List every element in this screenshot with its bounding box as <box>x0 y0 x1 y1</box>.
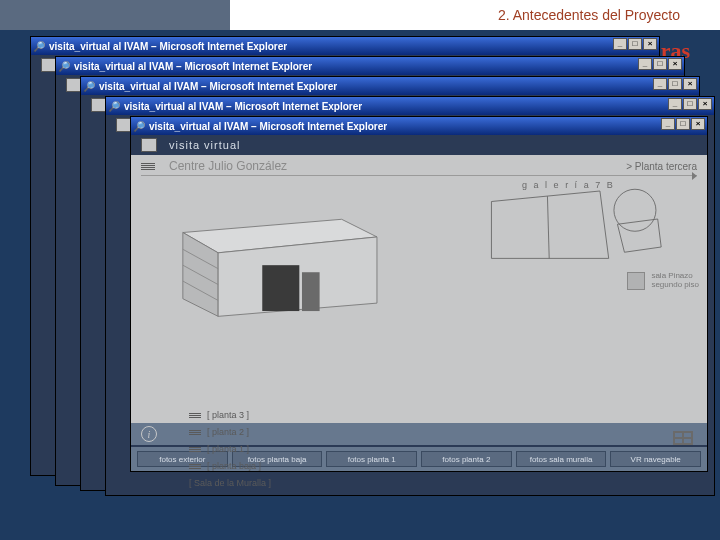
maximize-button[interactable]: □ <box>628 38 642 50</box>
maximize-button[interactable]: □ <box>683 98 697 110</box>
page-label: visita virtual <box>169 139 240 151</box>
floor-link[interactable]: [ planta 1 ] <box>189 441 271 458</box>
building-3d-view <box>143 184 452 419</box>
floor-list: [ planta 3 ] [ planta 2 ] [ planta 1 ] [… <box>189 407 271 492</box>
window-title: visita_virtual al IVAM – Microsoft Inter… <box>74 61 312 72</box>
svg-rect-4 <box>302 272 320 311</box>
slide-section-title: 2. Antecedentes del Proyecto <box>498 7 680 23</box>
floor-link[interactable]: [ planta baja ] <box>189 458 271 475</box>
footer-button[interactable]: fotos planta 1 <box>326 451 417 467</box>
sala-sub: segundo piso <box>651 281 699 290</box>
window-title: visita_virtual al IVAM – Microsoft Inter… <box>99 81 337 92</box>
titlebar[interactable]: 🔎 visita_virtual al IVAM – Microsoft Int… <box>131 117 707 135</box>
toolbar: visita virtual <box>131 135 707 155</box>
close-button[interactable]: × <box>643 38 657 50</box>
titlebar[interactable]: 🔎 visita_virtual al IVAM – Microsoft Int… <box>106 97 714 115</box>
toolbar-button[interactable] <box>141 138 157 152</box>
grid-view-icon[interactable] <box>673 431 693 445</box>
minimize-button[interactable]: _ <box>653 78 667 90</box>
svg-marker-8 <box>492 191 609 258</box>
svg-rect-3 <box>262 265 299 311</box>
svg-marker-11 <box>618 219 662 252</box>
svg-point-10 <box>614 189 656 231</box>
maximize-button[interactable]: □ <box>668 78 682 90</box>
content-header: Centre Julio González > Planta tercera <box>131 155 707 175</box>
floor-link[interactable]: [ planta 2 ] <box>189 424 271 441</box>
slide-header: 2. Antecedentes del Proyecto <box>0 0 720 30</box>
titlebar[interactable]: 🔎 visita_virtual al IVAM – Microsoft Int… <box>81 77 699 95</box>
minimize-button[interactable]: _ <box>661 118 675 130</box>
close-button[interactable]: × <box>668 58 682 70</box>
maximize-button[interactable]: □ <box>676 118 690 130</box>
minimize-button[interactable]: _ <box>613 38 627 50</box>
minimize-button[interactable]: _ <box>638 58 652 70</box>
floorplan-view: g a l e r í a 7 B sala Pinazo segundo pi… <box>470 184 695 419</box>
maximize-button[interactable]: □ <box>653 58 667 70</box>
square-swatch-icon <box>627 272 645 290</box>
window-title: visita_virtual al IVAM – Microsoft Inter… <box>149 121 387 132</box>
close-button[interactable]: × <box>683 78 697 90</box>
center-name: Centre Julio González <box>169 159 287 173</box>
ie-logo-icon: 🔎 <box>133 120 145 132</box>
page-content: Centre Julio González > Planta tercera <box>131 155 707 471</box>
window-title: visita_virtual al IVAM – Microsoft Inter… <box>49 41 287 52</box>
ie-logo-icon: 🔎 <box>58 60 70 72</box>
footer-button[interactable]: fotos sala muralla <box>516 451 607 467</box>
ie-window-front: 🔎 visita_virtual al IVAM – Microsoft Int… <box>130 116 708 472</box>
svg-line-9 <box>548 196 550 258</box>
titlebar[interactable]: 🔎 visita_virtual al IVAM – Microsoft Int… <box>56 57 684 75</box>
close-button[interactable]: × <box>691 118 705 130</box>
floor-indicator: > Planta tercera <box>626 161 697 172</box>
ie-logo-icon: 🔎 <box>108 100 120 112</box>
sala-pinazo-key: sala Pinazo segundo piso <box>627 272 699 290</box>
floor-link[interactable]: [ Sala de la Muralla ] <box>189 475 271 492</box>
floor-link[interactable]: [ planta 3 ] <box>189 407 271 424</box>
gallery-label: g a l e r í a 7 B <box>522 180 615 190</box>
minimize-button[interactable]: _ <box>668 98 682 110</box>
window-title: visita_virtual al IVAM – Microsoft Inter… <box>124 101 362 112</box>
footer-button[interactable]: VR navegable <box>610 451 701 467</box>
close-button[interactable]: × <box>698 98 712 110</box>
ie-logo-icon: 🔎 <box>83 80 95 92</box>
divider <box>141 175 697 176</box>
hamburger-icon[interactable] <box>141 163 155 170</box>
titlebar[interactable]: 🔎 visita_virtual al IVAM – Microsoft Int… <box>31 37 659 55</box>
main-row: g a l e r í a 7 B sala Pinazo segundo pi… <box>131 176 707 423</box>
footer-button[interactable]: fotos planta 2 <box>421 451 512 467</box>
info-icon[interactable]: i <box>141 426 157 442</box>
ie-logo-icon: 🔎 <box>33 40 45 52</box>
